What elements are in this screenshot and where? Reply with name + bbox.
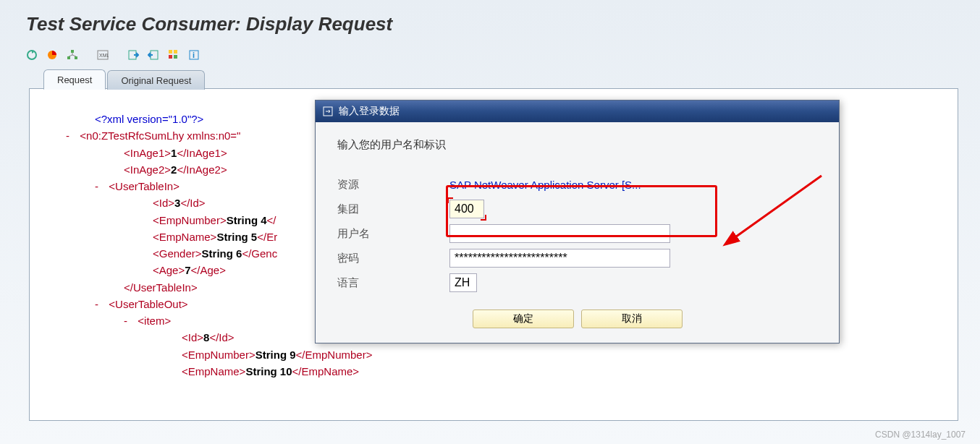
export-icon[interactable] xyxy=(145,47,162,63)
xml-tag: <Gender> xyxy=(153,247,202,260)
xml-tag: <EmpNumber> xyxy=(182,349,255,361)
client-input[interactable] xyxy=(449,200,484,218)
value-resource: SAP NetWeaver Application Server [S... xyxy=(449,179,641,191)
xml-value: String 9 xyxy=(255,349,296,361)
xml-tag: <EmpName> xyxy=(153,231,216,243)
xml-tag: </Id> xyxy=(180,197,205,209)
xml-icon[interactable]: XML xyxy=(94,47,111,63)
svg-rect-9 xyxy=(169,50,172,54)
xml-tag: <Age> xyxy=(153,264,185,276)
xml-value: String 6 xyxy=(202,247,242,260)
svg-text:i: i xyxy=(193,51,195,59)
label-password: 密码 xyxy=(337,252,449,265)
xml-root-ns: xmlns:n0=" xyxy=(184,129,240,142)
pie-icon[interactable] xyxy=(43,47,61,63)
dialog-icon xyxy=(323,106,333,116)
svg-rect-10 xyxy=(174,50,177,54)
label-language: 语言 xyxy=(337,276,449,290)
grid-down-icon[interactable] xyxy=(165,47,182,63)
hierarchy-icon[interactable] xyxy=(64,47,81,63)
svg-rect-3 xyxy=(67,56,70,59)
xml-root-open: <n0:ZTestRfcSumLhy xyxy=(80,129,184,142)
import-icon[interactable] xyxy=(124,47,142,63)
login-dialog: 输入登录数据 输入您的用户名和标识 资源 SAP NetWeaver Appli… xyxy=(315,100,840,343)
toolbar: XML i xyxy=(0,43,980,69)
dialog-titlebar[interactable]: 输入登录数据 xyxy=(316,101,839,122)
username-input[interactable] xyxy=(449,224,670,243)
label-client: 集团 xyxy=(337,202,449,216)
page-title: Test Service Consumer: Display Request xyxy=(26,13,980,35)
xml-value: String 5 xyxy=(216,231,257,243)
xml-tag: </UserTableIn> xyxy=(124,281,198,294)
xml-tag: <EmpNumber> xyxy=(153,214,227,226)
xml-tag: <item> xyxy=(138,315,171,327)
xml-tag: </InAge1> xyxy=(177,147,227,159)
xml-tag: </Er xyxy=(257,231,277,243)
xml-tag: <Id> xyxy=(153,197,174,209)
refresh-icon[interactable] xyxy=(23,47,41,63)
svg-rect-11 xyxy=(169,55,172,59)
svg-rect-2 xyxy=(71,50,74,53)
svg-rect-4 xyxy=(75,56,77,59)
xml-value: String 10 xyxy=(245,365,292,377)
tab-original-request[interactable]: Original Request xyxy=(107,70,205,90)
cancel-button[interactable]: 取消 xyxy=(581,309,683,328)
dialog-prompt: 输入您的用户名和标识 xyxy=(337,138,817,152)
ok-button[interactable]: 确定 xyxy=(473,309,574,328)
tabstrip: Request Original Request xyxy=(43,69,980,89)
xml-tag: <UserTableOut> xyxy=(109,298,187,310)
language-input[interactable] xyxy=(449,273,477,292)
xml-value: String 4 xyxy=(227,214,267,226)
info-icon[interactable]: i xyxy=(185,47,203,63)
svg-rect-12 xyxy=(174,55,177,59)
xml-tag: <InAge2> xyxy=(124,163,171,176)
xml-tag: <UserTableIn> xyxy=(109,180,179,192)
label-user: 用户名 xyxy=(337,227,449,241)
xml-tag: </Genc xyxy=(242,247,277,260)
xml-tag: <Id> xyxy=(182,331,203,343)
watermark: CSDN @1314lay_1007 xyxy=(875,430,966,440)
tab-request[interactable]: Request xyxy=(43,69,106,90)
password-input[interactable] xyxy=(449,249,670,268)
dialog-title: 输入登录数据 xyxy=(339,105,400,118)
xml-tag: <InAge1> xyxy=(124,147,171,159)
xml-tag: </Id> xyxy=(209,331,234,343)
xml-tag: </EmpName> xyxy=(292,365,360,377)
xml-tag: </InAge2> xyxy=(177,163,227,176)
xml-tag: </EmpNumber> xyxy=(296,349,373,361)
focus-corner-icon xyxy=(481,215,486,221)
xml-value: 7 xyxy=(185,264,190,276)
xml-tag: </Age> xyxy=(191,264,226,276)
xml-tag: <EmpName> xyxy=(182,365,245,377)
svg-text:XML: XML xyxy=(99,53,109,58)
label-resource: 资源 xyxy=(337,178,449,192)
xml-declaration: <?xml version="1.0"?> xyxy=(95,113,203,125)
xml-tag: </ xyxy=(267,214,276,226)
